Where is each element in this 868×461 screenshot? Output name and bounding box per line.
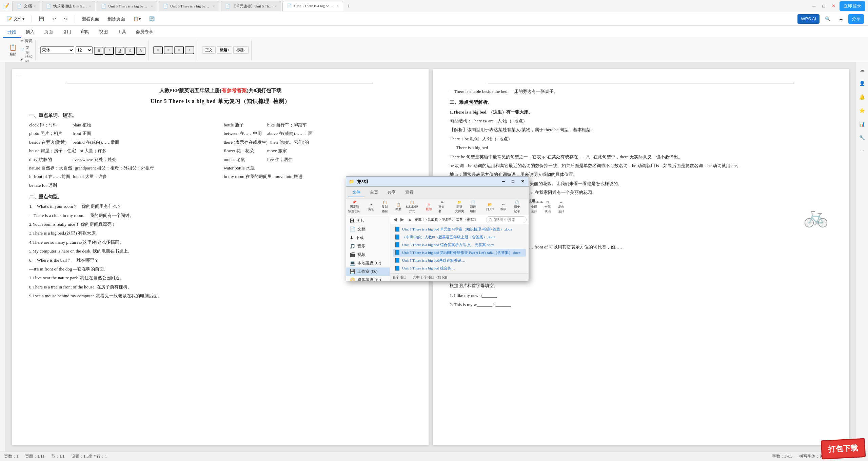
win-close-button[interactable]: ✕ — [829, 1, 838, 11]
fm-select-all-btn[interactable]: ☑ 全部 选择 — [528, 200, 540, 214]
align-left-btn[interactable]: ≡ — [153, 46, 163, 54]
tab-close-2[interactable]: × — [151, 4, 153, 8]
fm-back-btn[interactable]: ◀ — [392, 217, 398, 222]
tab-5-active[interactable]: 📄 Uint 5 There is a big bed 单… × — [282, 1, 343, 11]
fm-file-5[interactable]: 📘 Unit 5 There is a big bed 综合练… — [393, 264, 526, 272]
fm-file-2[interactable]: 📘 Unit 5 There is a big bed 综合答案析方法.文、无答… — [393, 241, 526, 249]
fm-edit-btn[interactable]: ✏ 编辑 — [497, 200, 510, 214]
fm-nav-e-drive[interactable]: 📀 娱乐磁盘 (E:) — [346, 276, 390, 281]
fm-nav-d-drive[interactable]: 💾 工作室 (D:) — [346, 267, 390, 276]
fm-invert-btn[interactable]: ↔ 反向 选择 — [555, 200, 567, 214]
fm-history-btn[interactable]: 🕐 历史 记录 — [511, 200, 523, 214]
sidebar-icon-1[interactable]: ☁ — [857, 65, 867, 75]
tab-insert[interactable]: 插入 — [21, 27, 39, 38]
tab-3[interactable]: 📄 Unit 5 There is a big bed 单元专… × — [159, 1, 219, 11]
win-maximize-button[interactable]: □ — [820, 1, 828, 11]
tab-reference[interactable]: 引用 — [58, 27, 76, 38]
copy-btn[interactable]: 📄 复制 — [20, 46, 33, 54]
sidebar-icon-4[interactable]: ⭐ — [857, 106, 867, 115]
tab-2[interactable]: 📄 Unit 5 There is a big bed · Part B × — [97, 1, 157, 11]
italic-btn[interactable]: I — [104, 47, 114, 55]
fm-tab-share[interactable]: 共享 — [383, 188, 400, 197]
sidebar-icon-5[interactable]: 📊 — [857, 119, 867, 129]
sidebar-icon-7[interactable]: ··· — [857, 146, 867, 156]
style-normal[interactable]: 正文 — [202, 46, 216, 54]
paste-btn[interactable]: 📋 粘贴 — [7, 44, 19, 56]
tab-4[interactable]: 📄 【单元达标】Unit 5 There is a big … × — [221, 1, 281, 11]
fm-rename-btn[interactable]: ✏ 重命名 — [436, 200, 449, 214]
fm-search-input[interactable] — [486, 216, 527, 223]
win-minimize-button[interactable]: ─ — [810, 1, 818, 11]
fm-minimize-btn[interactable]: ─ — [500, 178, 507, 185]
format-dropdown-button[interactable]: 📋▾ — [131, 14, 144, 24]
fm-new-item-btn[interactable]: 📄 新建 项目 — [467, 200, 479, 214]
tab-review[interactable]: 审阅 — [76, 27, 94, 38]
fm-cut-btn[interactable]: ✂ 剪切 — [365, 200, 377, 214]
tab-tools[interactable]: 工具 — [113, 27, 131, 38]
wps-ai-button[interactable]: WPS AI — [797, 14, 820, 24]
tab-close-0[interactable]: × — [34, 4, 36, 8]
fm-file-3[interactable]: 📘 Unit 5 There is a big bed 第1课时分层作业 Par… — [393, 249, 526, 257]
fm-nav-pictures[interactable]: 🖼 图片 — [346, 217, 390, 225]
fm-open-btn[interactable]: 📂 打开▾ — [484, 200, 496, 214]
fm-nav-c-drive[interactable]: 💻 本地磁盘 (C:) — [346, 259, 390, 267]
refresh-button[interactable]: 🔄 — [146, 14, 157, 24]
tab-document[interactable]: 📄 文档 × — [12, 1, 40, 11]
align-right-btn[interactable]: ≡ — [174, 46, 184, 54]
fm-close-btn[interactable]: ✕ — [519, 178, 526, 185]
save-button[interactable]: 💾 — [36, 14, 47, 24]
fm-nav-music[interactable]: 🎵 音乐 — [346, 242, 390, 250]
tab-close-5[interactable]: × — [337, 4, 339, 8]
redo-button[interactable]: ↪ — [61, 14, 71, 24]
tab-start[interactable]: 开始 — [3, 27, 21, 38]
fm-file-0[interactable]: 📘 Uint 5 There is a big bed 单元复习学案（知识梳理+… — [393, 225, 526, 233]
fm-tab-file[interactable]: 文件 — [348, 188, 364, 197]
tab-close-3[interactable]: × — [213, 4, 215, 8]
format-brush-btn[interactable]: 🖌 格式刷 — [20, 55, 33, 63]
tab-page[interactable]: 页面 — [39, 27, 58, 38]
fm-tab-view[interactable]: 查看 — [401, 188, 417, 197]
undo-button[interactable]: ↩ — [50, 14, 59, 24]
fm-new-folder-btn[interactable]: 📁 新建 文件夹 — [453, 200, 466, 214]
tab-close-1[interactable]: × — [89, 4, 91, 8]
share-button[interactable]: 分享 — [848, 14, 864, 24]
fm-paste-btn[interactable]: 📋 粘贴 — [392, 200, 405, 214]
font-size-select[interactable]: 12 — [76, 46, 93, 54]
tab-close-4[interactable]: × — [275, 4, 277, 8]
tab-1[interactable]: 📄 快乐暑假练 Unit 5 基础达标卷 × — [42, 1, 96, 11]
file-menu-button[interactable]: 📝 文件▾ — [4, 14, 27, 24]
fm-file-4[interactable]: 📘 Unit 5 There is a big bed基础达标关系… — [393, 257, 526, 264]
font-family-select[interactable]: 宋体 — [40, 46, 74, 54]
delete-page-button[interactable]: 删除页面 — [105, 14, 128, 24]
style-heading2[interactable]: 标题2 — [233, 46, 249, 54]
fm-nav-downloads[interactable]: ⬇ 下载 — [346, 234, 390, 242]
cut-btn[interactable]: ✂ 剪切 — [20, 37, 33, 45]
download-badge[interactable]: 打包下载 — [821, 438, 866, 460]
sidebar-icon-2[interactable]: 👤 — [857, 79, 867, 88]
fm-maximize-btn[interactable]: □ — [510, 178, 516, 185]
tab-vip[interactable]: 会员专享 — [131, 27, 158, 38]
fm-pin-btn[interactable]: 📌 固定到 快速访问 — [348, 200, 360, 214]
sidebar-icon-3[interactable]: 🔔 — [857, 92, 867, 102]
align-center-btn[interactable]: ≡ — [164, 46, 173, 54]
cloud-sync-button[interactable]: ☁ — [836, 14, 846, 24]
fm-nav-documents[interactable]: 📄 文档 — [346, 225, 390, 234]
fm-up-btn[interactable]: ▲ — [407, 217, 413, 222]
strikethrough-btn[interactable]: S̶ — [125, 47, 135, 55]
fm-forward-btn[interactable]: ▶ — [399, 217, 405, 222]
sidebar-icon-6[interactable]: 🔧 — [857, 133, 867, 142]
fm-delete-btn[interactable]: ✕ 删除 — [423, 200, 435, 214]
fm-paste-shortcut-btn[interactable]: 📋 粘贴快捷 方式 — [406, 200, 418, 214]
fm-file-1[interactable]: 📘 （中班中的）人教PEP版英语五年级上册（含答案）.docx — [393, 233, 526, 241]
tab-view[interactable]: 视图 — [94, 27, 113, 38]
fm-nav-video[interactable]: 🎬 视频 — [346, 250, 390, 259]
search-button[interactable]: 🔍 — [822, 14, 833, 24]
underline-btn[interactable]: U — [115, 47, 124, 55]
fm-deselect-btn[interactable]: □ 全部 取消 — [541, 200, 554, 214]
fm-tab-home[interactable]: 主页 — [366, 188, 382, 197]
login-button[interactable]: 立即登录 — [840, 1, 865, 11]
line-spacing-btn[interactable]: ↕ — [185, 46, 194, 54]
style-heading1[interactable]: 标题1 — [217, 46, 232, 54]
new-tab-button[interactable]: + — [344, 2, 353, 10]
fm-copy-path-btn[interactable]: 📋 复制 路径 — [379, 200, 391, 214]
